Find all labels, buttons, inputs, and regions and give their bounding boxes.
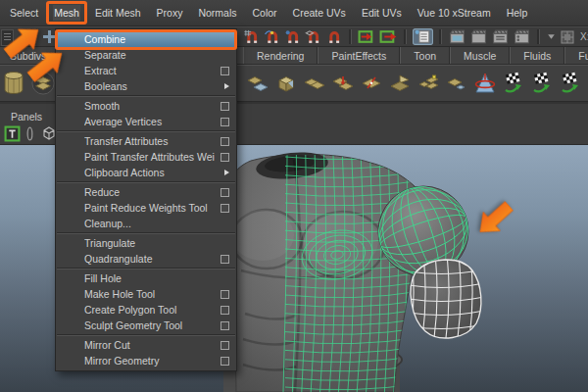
- menu-item-extract[interactable]: Extract: [56, 63, 236, 78]
- poly-plane-pair-icon[interactable]: [246, 69, 270, 98]
- menu-create-uvs[interactable]: Create UVs: [292, 5, 347, 21]
- menu-item-paint-reduce-weights-tool[interactable]: Paint Reduce Weights Tool: [56, 200, 236, 216]
- poly-fold-icon[interactable]: [388, 69, 412, 98]
- option-box-icon[interactable]: [220, 357, 229, 366]
- snap-curve-icon[interactable]: [264, 28, 281, 46]
- menu-item-reduce[interactable]: Reduce: [56, 184, 236, 200]
- option-box-icon[interactable]: [220, 290, 229, 299]
- menu-item-label: Separate: [84, 49, 229, 61]
- menu-item-label: Mirror Geometry: [84, 355, 215, 367]
- poly-cube-icon[interactable]: [274, 69, 298, 98]
- panels-menu[interactable]: Panels: [11, 111, 42, 122]
- menu-item-combine[interactable]: Combine: [56, 31, 236, 47]
- menu-normals[interactable]: Normals: [197, 5, 237, 21]
- menu-item-fill-hole[interactable]: Fill Hole: [56, 270, 236, 286]
- menu-item-sculpt-geometry-tool[interactable]: Sculpt Geometry Tool: [56, 318, 236, 333]
- poly-extract-icon[interactable]: [416, 69, 440, 98]
- rotate-cone-icon[interactable]: [473, 69, 497, 98]
- poly-merge-arrow-icon[interactable]: [331, 69, 355, 98]
- menu-separator: [57, 181, 235, 183]
- shelf-tab-subdivs[interactable]: Subdivs: [0, 47, 57, 64]
- shelf-tab-muscle[interactable]: Muscle: [450, 47, 510, 64]
- menu-item-label: Sculpt Geometry Tool: [84, 319, 215, 331]
- menu-edit-uvs[interactable]: Edit UVs: [361, 5, 403, 21]
- menu-color[interactable]: Color: [252, 5, 278, 21]
- option-box-icon[interactable]: [220, 204, 229, 213]
- menu-item-create-polygon-tool[interactable]: Create Polygon Tool: [56, 302, 236, 318]
- option-box-icon[interactable]: [220, 153, 229, 162]
- option-box-icon[interactable]: [220, 255, 229, 264]
- option-box-icon[interactable]: [220, 321, 229, 330]
- menu-item-clipboard-actions[interactable]: Clipboard Actions: [56, 165, 236, 180]
- checker-flag-2-icon[interactable]: [530, 69, 554, 98]
- menu-separator: [57, 268, 235, 270]
- menu-item-label: Make Hole Tool: [84, 288, 215, 300]
- menu-item-label: Mirror Cut: [84, 339, 215, 351]
- polygon-barrel-icon[interactable]: [2, 69, 25, 98]
- toolbar-separator: [537, 29, 540, 44]
- mesh-dropdown-menu: CombineSeparateExtractBooleansSmoothAver…: [55, 28, 237, 371]
- render-frame-icon[interactable]: [469, 28, 488, 46]
- menu-item-mirror-cut[interactable]: Mirror Cut: [56, 337, 236, 353]
- menu-item-booleans[interactable]: Booleans: [56, 78, 236, 94]
- menu-item-smooth[interactable]: Smooth: [56, 98, 236, 114]
- list-editor-selected-icon[interactable]: [413, 28, 433, 46]
- snap-point-icon[interactable]: [284, 28, 302, 46]
- render-settings-icon[interactable]: [513, 28, 531, 46]
- main-menubar: SelectMeshEdit MeshProxyNormalsColorCrea…: [0, 0, 588, 26]
- checker-flag-1-icon[interactable]: [502, 69, 525, 98]
- menu-select[interactable]: Select: [9, 5, 39, 21]
- menu-vue-10-xstream[interactable]: Vue 10 xStream: [416, 5, 492, 21]
- menu-item-label: Smooth: [84, 100, 215, 112]
- text-tool-icon[interactable]: [4, 125, 21, 142]
- option-box-icon[interactable]: [220, 67, 229, 75]
- toolbar-separator: [349, 29, 352, 44]
- lens-icon[interactable]: [25, 125, 34, 142]
- menu-item-cleanup[interactable]: Cleanup...: [56, 216, 236, 231]
- menu-proxy[interactable]: Proxy: [156, 5, 184, 21]
- menu-item-label: Booleans: [84, 80, 218, 92]
- toolbar-separator: [404, 29, 407, 44]
- option-box-icon[interactable]: [220, 118, 229, 126]
- shelf-tab-rendering[interactable]: Rendering: [243, 47, 318, 64]
- render-ipr-icon[interactable]: [491, 28, 510, 46]
- shelf-tab-painteffects[interactable]: PaintEffects: [318, 47, 400, 64]
- menu-item-label: Cleanup...: [84, 218, 229, 229]
- conn-input-icon[interactable]: [358, 28, 376, 46]
- menu-item-transfer-attributes[interactable]: Transfer Attributes: [56, 133, 236, 149]
- layout-grid-icon[interactable]: [560, 28, 575, 46]
- menu-item-label: Paint Reduce Weights Tool: [84, 202, 215, 214]
- option-box-icon[interactable]: [220, 137, 229, 146]
- menu-item-label: Average Vertices: [84, 116, 215, 127]
- snap-magnet-icon[interactable]: [325, 28, 343, 46]
- menu-item-mirror-geometry[interactable]: Mirror Geometry: [56, 353, 236, 368]
- poly-quad-blue-icon[interactable]: [445, 69, 468, 98]
- snap-plane-icon[interactable]: [305, 28, 322, 46]
- conn-output-icon[interactable]: [379, 28, 398, 46]
- render-view-icon[interactable]: [448, 28, 466, 46]
- menu-help[interactable]: Help: [506, 5, 529, 21]
- menu-item-make-hole-tool[interactable]: Make Hole Tool: [56, 286, 236, 302]
- menu-item-label: Transfer Attributes: [84, 135, 215, 147]
- option-box-icon[interactable]: [220, 188, 229, 197]
- menu-item-triangulate[interactable]: Triangulate: [56, 235, 236, 251]
- checker-flag-3-icon[interactable]: [559, 69, 582, 98]
- menu-item-separate[interactable]: Separate: [56, 47, 236, 63]
- toolbar-grip-icon[interactable]: [1, 29, 14, 46]
- poly-split-icon[interactable]: [360, 69, 383, 98]
- menu-edit-mesh[interactable]: Edit Mesh: [94, 5, 142, 21]
- menu-collapse-icon[interactable]: [546, 28, 557, 46]
- option-box-icon[interactable]: [220, 102, 229, 111]
- option-box-icon[interactable]: [220, 341, 229, 350]
- poly-combine-icon[interactable]: [303, 69, 326, 98]
- shelf-tab-fur[interactable]: Fur: [564, 47, 588, 64]
- polygon-stack-icon[interactable]: [31, 69, 55, 98]
- menu-item-average-vertices[interactable]: Average Vertices: [56, 114, 236, 129]
- shelf-tab-fluids[interactable]: Fluids: [510, 47, 564, 64]
- shelf-tab-toon[interactable]: Toon: [400, 47, 450, 64]
- option-box-icon[interactable]: [220, 306, 229, 315]
- snap-grid-icon[interactable]: [243, 28, 261, 46]
- menu-item-quadrangulate[interactable]: Quadrangulate: [56, 251, 236, 267]
- menu-item-paint-transfer-attributes-weights-tool[interactable]: Paint Transfer Attributes Weights Tool: [56, 149, 236, 165]
- menu-mesh[interactable]: Mesh: [53, 5, 80, 21]
